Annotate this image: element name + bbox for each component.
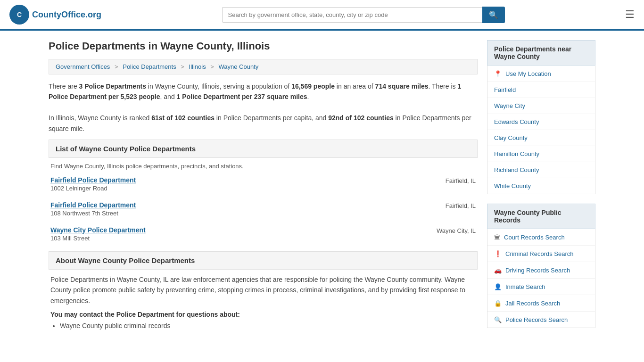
sidebar-nearby-links: Use My Location Fairfield Wayne City Edw… bbox=[487, 66, 595, 194]
breadcrumb-link-illinois[interactable]: Illinois bbox=[189, 63, 206, 70]
location-icon bbox=[494, 70, 502, 77]
dept-name-3[interactable]: Wayne City Police Department bbox=[50, 226, 146, 234]
link-police-records[interactable]: Police Records Search bbox=[505, 316, 568, 323]
logo-text: CountyOffice.org bbox=[32, 10, 101, 20]
search-input[interactable] bbox=[222, 7, 482, 23]
dept-city-2: Fairfield, IL bbox=[446, 202, 476, 209]
sidebar-link-hamilton-county[interactable]: Hamilton County bbox=[487, 146, 595, 162]
capita-rank: 61st of 102 counties bbox=[151, 114, 215, 122]
link-jail-records[interactable]: Jail Records Search bbox=[505, 300, 560, 307]
search-area: 🔍 bbox=[222, 7, 505, 23]
breadcrumb-link-wayne-county[interactable]: Wayne County bbox=[218, 63, 258, 70]
sidebar-link-inmate-search[interactable]: Inmate Search bbox=[487, 279, 595, 295]
breadcrumb: Government Offices > Police Departments … bbox=[49, 59, 478, 74]
svg-text:C: C bbox=[17, 11, 22, 18]
header: C CountyOffice.org 🔍 ☰ bbox=[0, 0, 644, 31]
about-bullet-list: Wayne County public criminal records bbox=[49, 320, 478, 332]
sidebar-link-richland-county[interactable]: Richland County bbox=[487, 162, 595, 178]
list-section: List of Wayne County Police Departments … bbox=[49, 140, 478, 242]
link-criminal-records[interactable]: Criminal Records Search bbox=[505, 250, 574, 257]
content-area: Police Departments in Wayne County, Illi… bbox=[49, 40, 478, 337]
sidebar-link-driving-records[interactable]: Driving Records Search bbox=[487, 262, 595, 279]
sidebar-link-clay-county[interactable]: Clay County bbox=[487, 130, 595, 146]
link-edwards-county[interactable]: Edwards County bbox=[494, 118, 539, 125]
dept-item-1: Fairfield Police Department 1002 Leining… bbox=[49, 176, 478, 192]
breadcrumb-sep-2: > bbox=[181, 63, 184, 70]
link-wayne-city[interactable]: Wayne City bbox=[494, 102, 525, 109]
dept-name-2[interactable]: Fairfield Police Department bbox=[50, 201, 136, 209]
link-fairfield[interactable]: Fairfield bbox=[494, 86, 516, 93]
sidebar-link-wayne-city[interactable]: Wayne City bbox=[487, 98, 595, 114]
per-sqmile: 1 Police Department per 237 square miles bbox=[177, 93, 307, 100]
bullet-item-1: Wayne County public criminal records bbox=[60, 320, 478, 332]
breadcrumb-sep-1: > bbox=[115, 63, 118, 70]
use-location-item[interactable]: Use My Location bbox=[487, 66, 595, 82]
link-driving-records[interactable]: Driving Records Search bbox=[505, 267, 570, 274]
dept-item-2: Fairfield Police Department 108 Northwes… bbox=[49, 201, 478, 217]
search-button[interactable]: 🔍 bbox=[482, 7, 505, 23]
population: 16,569 people bbox=[291, 82, 335, 90]
sidebar-link-jail-records[interactable]: Jail Records Search bbox=[487, 295, 595, 312]
description: There are 3 Police Departments in Wayne … bbox=[49, 81, 478, 134]
sidebar-link-fairfield[interactable]: Fairfield bbox=[487, 82, 595, 98]
link-hamilton-county[interactable]: Hamilton County bbox=[494, 150, 539, 157]
list-subtitle: Find Wayne County, Illinois police depar… bbox=[49, 163, 478, 170]
sidebar-link-court-records[interactable]: Court Records Search bbox=[487, 229, 595, 246]
sidebar-link-police-records[interactable]: Police Records Search bbox=[487, 312, 595, 328]
logo-name: CountyOffice bbox=[32, 10, 85, 19]
breadcrumb-link-police[interactable]: Police Departments bbox=[123, 63, 176, 70]
police-icon bbox=[494, 316, 502, 323]
sidebar-nearby-section: Police Departments near Wayne County Use… bbox=[487, 40, 595, 194]
sidebar-link-white-county[interactable]: White County bbox=[487, 178, 595, 194]
sidebar-link-edwards-county[interactable]: Edwards County bbox=[487, 114, 595, 130]
about-text: Police Departments in Wayne County, IL a… bbox=[49, 274, 478, 306]
link-court-records[interactable]: Court Records Search bbox=[504, 234, 565, 241]
page-title: Police Departments in Wayne County, Illi… bbox=[49, 40, 478, 52]
logo-tld: .org bbox=[85, 10, 101, 19]
hamburger-menu-button[interactable]: ☰ bbox=[625, 8, 635, 21]
sidebar-link-criminal-records[interactable]: Criminal Records Search bbox=[487, 246, 595, 262]
sidebar-nearby-header: Police Departments near Wayne County bbox=[487, 40, 595, 66]
logo-area: C CountyOffice.org bbox=[9, 5, 101, 25]
link-inmate-search[interactable]: Inmate Search bbox=[505, 283, 545, 290]
breadcrumb-sep-3: > bbox=[210, 63, 214, 70]
dept-address-3: 103 Mill Street bbox=[50, 235, 146, 242]
driving-icon bbox=[494, 266, 502, 274]
dept-name-1[interactable]: Fairfield Police Department bbox=[50, 176, 136, 184]
sqmile-rank: 92nd of 102 counties bbox=[328, 114, 393, 122]
link-richland-county[interactable]: Richland County bbox=[494, 166, 539, 173]
dept-item-3: Wayne City Police Department 103 Mill St… bbox=[49, 226, 478, 242]
contact-header: You may contact the Police Department fo… bbox=[49, 311, 478, 318]
link-clay-county[interactable]: Clay County bbox=[494, 134, 528, 141]
sidebar: Police Departments near Wayne County Use… bbox=[487, 40, 595, 337]
dept-city-1: Fairfield, IL bbox=[446, 177, 476, 184]
inmate-icon bbox=[494, 283, 502, 290]
logo-icon: C bbox=[9, 5, 29, 25]
jail-icon bbox=[494, 299, 502, 307]
dept-address-2: 108 Northwest 7th Street bbox=[50, 210, 136, 217]
sidebar-public-records-links: Court Records Search Criminal Records Se… bbox=[487, 229, 595, 328]
list-section-header: List of Wayne County Police Departments bbox=[49, 140, 478, 158]
dept-city-3: Wayne City, IL bbox=[437, 227, 476, 234]
sidebar-public-records-header: Wayne County Public Records bbox=[487, 204, 595, 229]
criminal-icon bbox=[494, 250, 502, 257]
area: 714 square miles bbox=[375, 82, 429, 90]
link-white-county[interactable]: White County bbox=[494, 182, 531, 189]
about-section-header: About Wayne County Police Departments bbox=[49, 251, 478, 270]
main-container: Police Departments in Wayne County, Illi… bbox=[39, 31, 605, 347]
dept-count: 3 Police Departments bbox=[79, 82, 146, 90]
dept-address-1: 1002 Leininger Road bbox=[50, 185, 136, 192]
sidebar-public-records-section: Wayne County Public Records Court Record… bbox=[487, 204, 595, 328]
court-icon bbox=[494, 233, 500, 241]
breadcrumb-link-gov[interactable]: Government Offices bbox=[56, 63, 110, 70]
use-my-location-link[interactable]: Use My Location bbox=[505, 70, 551, 77]
about-section: About Wayne County Police Departments Po… bbox=[49, 251, 478, 332]
